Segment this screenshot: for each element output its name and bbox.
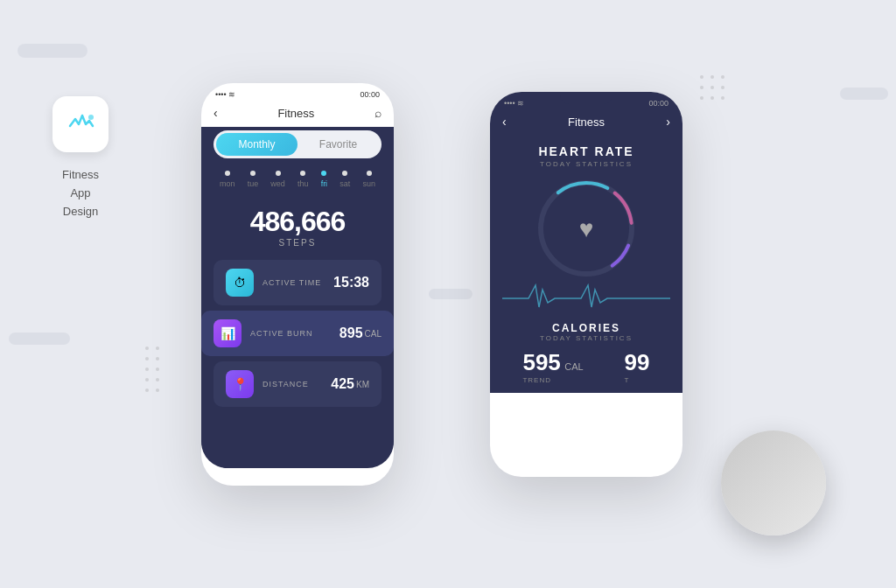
svg-point-10	[156, 346, 159, 350]
svg-point-13	[145, 368, 149, 371]
svg-point-7	[710, 96, 714, 100]
dot-mon	[225, 171, 230, 176]
active-time-icon: ⏱	[226, 269, 254, 297]
ball	[721, 430, 826, 536]
title-left: Fitness	[277, 107, 314, 120]
svg-point-11	[145, 357, 149, 360]
day-wed[interactable]: wed	[270, 171, 285, 188]
dot-wed	[276, 171, 281, 176]
tab-monthly[interactable]: Monthly	[216, 133, 298, 156]
bg-pill-4	[429, 289, 472, 299]
notch-right	[560, 92, 612, 104]
dot-sat	[342, 171, 347, 176]
svg-point-8	[721, 96, 724, 100]
steps-display: 486,666 STEPS	[201, 192, 394, 255]
active-time-label: ACTIVE TIME	[262, 278, 333, 287]
steps-number: 486,666	[201, 206, 394, 238]
tab-selector: Monthly Favorite	[214, 130, 382, 158]
app-icon	[52, 96, 108, 152]
signal-left: •••• ≋	[215, 90, 235, 99]
dot-pattern-l	[140, 341, 175, 415]
active-burn-value: 895	[340, 326, 363, 341]
calories-value-1: 595 CAL	[522, 349, 583, 376]
battery-right: 00:00	[648, 99, 668, 108]
back-icon-left[interactable]: ‹	[214, 106, 218, 120]
svg-point-6	[700, 96, 704, 100]
svg-point-0	[700, 75, 704, 79]
svg-point-14	[156, 368, 159, 371]
dot-fri	[321, 171, 326, 176]
app-icon-section: Fitness App Design	[52, 96, 108, 220]
bg-pill-3	[9, 332, 70, 345]
battery-left: 00:00	[360, 90, 380, 99]
svg-point-16	[156, 378, 159, 382]
distance-label: DISTANCE	[262, 380, 331, 388]
svg-point-15	[145, 378, 149, 382]
days-row: mon tue wed thu fri sat	[201, 167, 394, 192]
stat-active-time: ⏱ ACTIVE TIME 15:38	[214, 260, 382, 305]
day-sun[interactable]: sun	[362, 171, 375, 188]
distance-icon: 📍	[226, 370, 254, 398]
day-tue[interactable]: tue	[248, 171, 259, 188]
svg-point-1	[710, 75, 714, 79]
day-sat[interactable]: sat	[340, 171, 350, 188]
day-thu[interactable]: thu	[298, 171, 309, 188]
svg-point-2	[721, 75, 724, 79]
svg-point-12	[156, 357, 159, 360]
steps-label: STEPS	[201, 238, 394, 248]
bg-pill-1	[18, 44, 88, 58]
phone-left: •••• ≋ 00:00 ‹ Fitness ⌕ Monthly Favorit…	[201, 83, 394, 486]
svg-point-9	[145, 346, 149, 350]
dot-tue	[250, 171, 256, 176]
active-burn-unit: CAL	[365, 329, 382, 339]
svg-point-17	[145, 388, 149, 392]
svg-point-20	[88, 115, 94, 120]
tab-favorite[interactable]: Favorite	[298, 133, 379, 156]
day-mon[interactable]: mon	[220, 171, 235, 188]
person-image	[590, 150, 896, 588]
header-left: ‹ Fitness ⌕	[201, 102, 394, 127]
dot-sun	[367, 171, 372, 176]
distance-value: 425	[331, 376, 354, 392]
svg-point-4	[710, 86, 714, 89]
search-icon-left[interactable]: ⌕	[374, 106, 382, 120]
distance-unit: KM	[356, 380, 369, 389]
active-burn-label: ACTIVE BURN	[250, 329, 340, 338]
app-label: Fitness App Design	[62, 166, 99, 220]
stat-active-burn: 📊 ACTIVE BURN 895 CAL	[201, 311, 394, 356]
svg-point-3	[700, 86, 704, 89]
calories-label-1: TREND	[522, 376, 583, 384]
bg-pill-2	[840, 88, 888, 100]
phone-body-left: Monthly Favorite mon tue wed thu	[201, 127, 394, 468]
title-right: Fitness	[568, 116, 605, 129]
active-time-value: 15:38	[333, 275, 369, 290]
signal-right: •••• ≋	[504, 99, 524, 108]
dot-thu	[300, 171, 305, 176]
calories-col-1: 595 CAL TREND	[522, 349, 583, 384]
stat-distance: 📍 DISTANCE 425 KM	[214, 361, 382, 407]
active-burn-icon: 📊	[214, 319, 242, 347]
svg-point-18	[156, 388, 159, 392]
back-icon-right[interactable]: ‹	[502, 115, 507, 129]
day-fri[interactable]: fri	[321, 171, 328, 188]
dot-pattern-tr	[695, 70, 747, 126]
svg-point-5	[721, 86, 724, 89]
forward-icon-right[interactable]: ›	[666, 115, 670, 129]
header-right: ‹ Fitness ›	[490, 111, 682, 136]
notch-left	[271, 83, 324, 95]
